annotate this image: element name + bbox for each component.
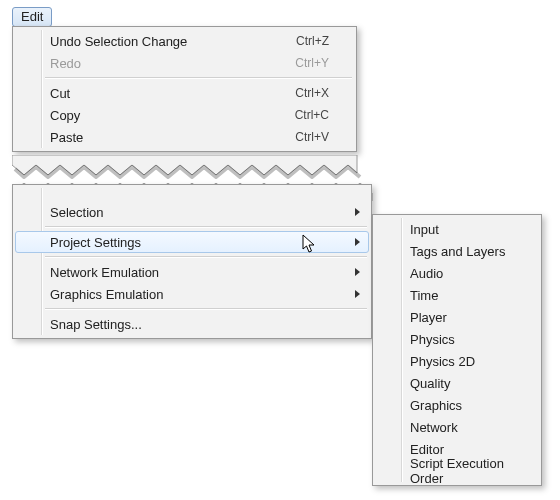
submenu-item-physics[interactable]: Physics [375,328,539,350]
submenu-item-script-execution-order[interactable]: Script Execution Order [375,460,539,482]
menu-item-cut[interactable]: Cut Ctrl+X [15,82,354,104]
menu-label: Redo [50,56,295,71]
edit-menu-top: Undo Selection Change Ctrl+Z Redo Ctrl+Y… [12,26,357,152]
project-settings-submenu: Input Tags and Layers Audio Time Player … [372,214,542,486]
menu-separator [45,308,367,310]
menu-label: Project Settings [50,235,344,250]
torn-edge-icon [12,155,369,183]
menu-label: Paste [50,130,295,145]
submenu-item-player[interactable]: Player [375,306,539,328]
menu-item-copy[interactable]: Copy Ctrl+C [15,104,354,126]
menu-item-graphics-emulation[interactable]: Graphics Emulation [15,283,369,305]
menu-shortcut: Ctrl+Z [296,34,329,48]
menu-separator [45,226,367,228]
menu-label: Quality [410,376,514,391]
edit-menu-bottom: Selection Project Settings Network Emula… [12,184,372,339]
menu-shortcut: Ctrl+X [295,86,329,100]
menu-label: Graphics Emulation [50,287,344,302]
submenu-arrow-icon [355,208,360,216]
menu-label: Selection [50,205,344,220]
menu-label: Physics [410,332,514,347]
menu-label: Network Emulation [50,265,344,280]
menu-label: Physics 2D [410,354,514,369]
menu-label: Snap Settings... [50,317,344,332]
menu-separator [45,77,352,79]
menu-label: Editor [410,442,514,457]
menu-label: Audio [410,266,514,281]
submenu-item-audio[interactable]: Audio [375,262,539,284]
menu-item-snap-settings[interactable]: Snap Settings... [15,313,369,335]
submenu-item-network[interactable]: Network [375,416,539,438]
submenu-arrow-icon [355,238,360,246]
menu-label: Undo Selection Change [50,34,296,49]
submenu-arrow-icon [355,290,360,298]
menu-label: Cut [50,86,295,101]
menu-item-undo[interactable]: Undo Selection Change Ctrl+Z [15,30,354,52]
submenu-arrow-icon [355,268,360,276]
menu-label: Graphics [410,398,514,413]
menu-separator [45,256,367,258]
submenu-item-quality[interactable]: Quality [375,372,539,394]
submenu-item-input[interactable]: Input [375,218,539,240]
menu-item-selection[interactable]: Selection [15,201,369,223]
submenu-item-tags-and-layers[interactable]: Tags and Layers [375,240,539,262]
menu-label: Copy [50,108,295,123]
menu-shortcut: Ctrl+C [295,108,329,122]
menu-shortcut: Ctrl+V [295,130,329,144]
menu-item-paste[interactable]: Paste Ctrl+V [15,126,354,148]
menu-shortcut: Ctrl+Y [295,56,329,70]
menu-item-network-emulation[interactable]: Network Emulation [15,261,369,283]
menu-label: Tags and Layers [410,244,514,259]
menu-label: Network [410,420,514,435]
submenu-item-physics-2d[interactable]: Physics 2D [375,350,539,372]
menu-label: Player [410,310,514,325]
edit-menu-button[interactable]: Edit [12,7,52,27]
menu-item-redo[interactable]: Redo Ctrl+Y [15,52,354,74]
menu-label: Time [410,288,514,303]
submenu-item-graphics[interactable]: Graphics [375,394,539,416]
menu-label: Script Execution Order [410,456,514,486]
submenu-item-time[interactable]: Time [375,284,539,306]
menu-label: Input [410,222,514,237]
menu-item-project-settings[interactable]: Project Settings [15,231,369,253]
